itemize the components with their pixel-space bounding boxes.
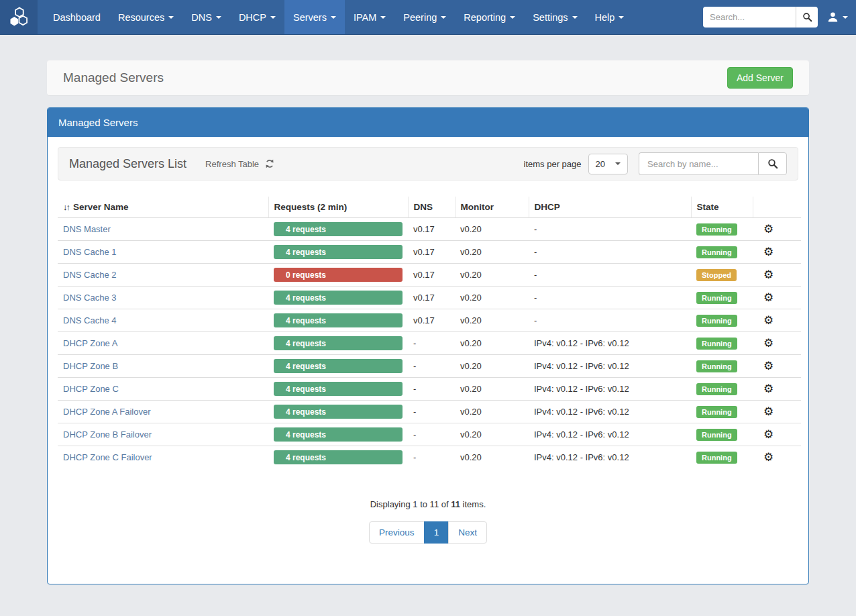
add-server-button[interactable]: Add Server — [727, 67, 793, 89]
requests-label: 4 requests — [286, 339, 326, 348]
table-row: DNS Cache 3 4 requests v0.17 v0.20 - Run… — [58, 287, 801, 309]
monitor-version: v0.20 — [455, 401, 529, 423]
user-menu-caret-icon — [843, 16, 848, 19]
nav-item-ipam[interactable]: IPAM — [345, 0, 394, 34]
gear-icon[interactable]: ⚙ — [763, 428, 773, 441]
gear-icon[interactable]: ⚙ — [763, 268, 773, 281]
dhcp-versions: IPv4: v0.12 - IPv6: v0.12 — [529, 355, 691, 378]
requests-bar: 4 requests — [274, 405, 403, 419]
global-search — [703, 7, 818, 28]
monitor-version: v0.20 — [455, 446, 529, 469]
items-per-page-value: 20 — [596, 159, 605, 169]
nav-item-servers[interactable]: Servers — [284, 0, 345, 34]
server-name-link[interactable]: DNS Cache 4 — [63, 315, 116, 325]
chevron-down-icon — [510, 16, 515, 19]
refresh-table-button[interactable]: Refresh Table — [205, 159, 274, 169]
chevron-down-icon — [168, 16, 174, 19]
page-header: Managed Servers Add Server — [47, 60, 809, 95]
requests-bar: 0 requests — [274, 268, 403, 282]
dns-version: - — [408, 378, 455, 401]
monitor-version: v0.20 — [455, 287, 529, 309]
gear-icon[interactable]: ⚙ — [763, 246, 773, 258]
chevron-down-icon — [619, 16, 624, 19]
pagination: Previous 1 Next — [58, 521, 798, 544]
monitor-version: v0.20 — [455, 241, 529, 264]
nav-item-dhcp[interactable]: DHCP — [230, 0, 284, 34]
server-name-link[interactable]: DHCP Zone A Failover — [63, 407, 151, 417]
server-name-link[interactable]: DNS Master — [63, 224, 111, 234]
server-name-link[interactable]: DHCP Zone C — [63, 384, 119, 394]
user-menu[interactable] — [827, 11, 848, 23]
dns-version: - — [408, 423, 455, 446]
gear-icon[interactable]: ⚙ — [763, 291, 773, 304]
server-name-link[interactable]: DNS Cache 3 — [63, 293, 116, 303]
monitor-version: v0.20 — [455, 309, 529, 332]
dhcp-versions: IPv4: v0.12 - IPv6: v0.12 — [529, 401, 691, 423]
monitor-version: v0.20 — [455, 218, 529, 241]
table-row: DHCP Zone B Failover 4 requests - v0.20 … — [58, 423, 801, 446]
col-header-dns: DNS — [408, 197, 455, 218]
next-page-button[interactable]: Next — [448, 521, 487, 544]
col-header-requests: Requests (2 min) — [268, 197, 408, 218]
gear-icon[interactable]: ⚙ — [763, 451, 773, 464]
search-icon — [767, 158, 778, 169]
servers-table: ↓↑Server Name Requests (2 min) DNS Monit… — [58, 197, 801, 468]
nav-item-peering[interactable]: Peering — [394, 0, 455, 34]
dhcp-versions: - — [529, 264, 691, 287]
nav-item-reporting[interactable]: Reporting — [455, 0, 524, 34]
table-search-button[interactable] — [758, 152, 787, 175]
state-badge: Running — [696, 406, 737, 418]
server-name-link[interactable]: DHCP Zone B Failover — [63, 429, 152, 440]
monitor-version: v0.20 — [455, 378, 529, 401]
previous-page-button[interactable]: Previous — [369, 521, 425, 544]
server-name-link[interactable]: DHCP Zone A — [63, 338, 117, 348]
requests-progress: 4 requests — [274, 382, 403, 396]
requests-label: 4 requests — [286, 407, 326, 417]
main-menu: Dashboard Resources DNS DHCP Servers IPA… — [44, 0, 633, 34]
requests-bar: 4 requests — [274, 336, 403, 350]
gear-icon[interactable]: ⚙ — [763, 314, 773, 327]
dhcp-versions: IPv4: v0.12 - IPv6: v0.12 — [529, 423, 691, 446]
gear-icon[interactable]: ⚙ — [763, 223, 773, 236]
chevron-down-icon — [441, 16, 446, 19]
nav-item-resources[interactable]: Resources — [109, 0, 182, 34]
state-badge: Running — [696, 338, 737, 350]
global-search-input[interactable] — [703, 7, 796, 28]
server-name-link[interactable]: DNS Cache 1 — [63, 247, 116, 257]
dhcp-versions: - — [529, 287, 691, 309]
global-search-button[interactable] — [796, 7, 818, 28]
sort-icon[interactable]: ↓↑ — [63, 202, 69, 212]
server-name-link[interactable]: DHCP Zone C Failover — [63, 452, 152, 462]
server-name-link[interactable]: DNS Cache 2 — [63, 270, 116, 280]
dns-version: v0.17 — [408, 309, 455, 332]
dns-version: - — [408, 446, 455, 469]
gear-icon[interactable]: ⚙ — [763, 337, 773, 350]
gear-icon[interactable]: ⚙ — [763, 405, 773, 418]
requests-progress: 4 requests — [274, 291, 403, 305]
requests-bar: 4 requests — [274, 382, 403, 396]
app-logo[interactable] — [0, 0, 38, 34]
nav-item-settings[interactable]: Settings — [524, 0, 586, 34]
col-header-dhcp: DHCP — [529, 197, 691, 218]
requests-label: 4 requests — [286, 248, 326, 257]
nav-item-dashboard[interactable]: Dashboard — [44, 0, 109, 34]
page-1-button[interactable]: 1 — [424, 521, 449, 544]
display-info: Displaying 1 to 11 of 11 items. — [58, 499, 798, 509]
chevron-down-icon — [380, 16, 386, 19]
gear-icon[interactable]: ⚙ — [763, 360, 773, 372]
gear-icon[interactable]: ⚙ — [763, 382, 773, 395]
items-per-page-select[interactable]: 20 — [588, 154, 628, 174]
state-badge: Running — [696, 429, 737, 441]
search-by-name-input[interactable] — [639, 152, 758, 175]
nav-item-help[interactable]: Help — [586, 0, 633, 34]
hexagons-logo-icon — [7, 6, 30, 28]
panel-title: Managed Servers — [48, 108, 808, 137]
requests-progress: 0 requests — [274, 268, 403, 282]
table-row: DHCP Zone B 4 requests - v0.20 IPv4: v0.… — [58, 355, 801, 378]
nav-item-dns[interactable]: DNS — [182, 0, 230, 34]
server-name-link[interactable]: DHCP Zone B — [63, 361, 118, 371]
state-badge: Running — [696, 246, 737, 258]
requests-progress: 4 requests — [274, 405, 403, 419]
table-row: DHCP Zone C 4 requests - v0.20 IPv4: v0.… — [58, 378, 801, 401]
search-icon — [802, 12, 812, 22]
